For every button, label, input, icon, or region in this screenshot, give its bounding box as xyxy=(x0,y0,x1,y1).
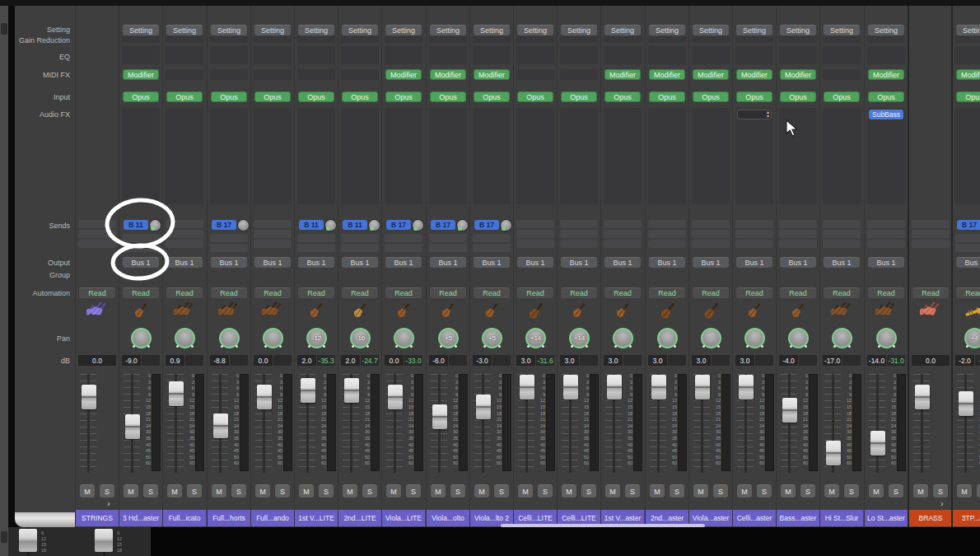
volume-value[interactable]: 0.0 xyxy=(385,355,404,366)
eq-thumbnail-slot[interactable] xyxy=(210,46,248,64)
automation-read-button[interactable]: Read xyxy=(342,287,378,298)
automation-read-button[interactable]: Read xyxy=(912,287,949,298)
send-empty-slot[interactable] xyxy=(779,230,817,238)
mute-button[interactable]: M xyxy=(650,484,665,498)
pan-knob[interactable] xyxy=(613,328,633,348)
send-empty-slot[interactable] xyxy=(210,244,248,252)
channel-setting-button[interactable]: Setting xyxy=(561,25,597,35)
automation-read-button[interactable]: Read xyxy=(166,287,203,298)
eq-thumbnail-slot[interactable] xyxy=(648,46,686,64)
solo-button[interactable]: S xyxy=(757,484,772,498)
volume-value[interactable]: 3.0 xyxy=(735,355,754,366)
automation-read-button[interactable]: Read xyxy=(561,287,597,298)
send-empty-slot[interactable] xyxy=(560,230,598,238)
send-empty-slot[interactable] xyxy=(166,220,203,228)
pan-knob[interactable]: +4 xyxy=(964,328,980,348)
eq-thumbnail-slot[interactable] xyxy=(692,46,730,64)
gain-reduction-slot[interactable] xyxy=(516,36,554,43)
volume-value[interactable]: -6.0 xyxy=(429,355,448,366)
send-empty-slot[interactable] xyxy=(341,244,379,252)
pan-knob[interactable] xyxy=(394,328,414,348)
fader-cap[interactable] xyxy=(782,398,797,423)
solo-button[interactable]: S xyxy=(800,484,815,498)
automation-read-button[interactable]: Read xyxy=(868,287,904,298)
send-empty-slot[interactable] xyxy=(122,244,160,252)
solo-button[interactable]: S xyxy=(319,484,334,498)
gain-reduction-slot[interactable] xyxy=(166,36,203,43)
send-empty-slot[interactable] xyxy=(823,240,861,248)
output-bus-button[interactable]: Bus 2 xyxy=(956,257,980,268)
mute-button[interactable]: M xyxy=(474,484,489,498)
solo-button[interactable]: S xyxy=(538,484,553,498)
db-display[interactable]: -9.0 xyxy=(122,355,160,366)
pan-knob[interactable]: +5 xyxy=(438,328,459,348)
channel-setting-button[interactable]: Setting xyxy=(211,25,247,35)
automation-read-button[interactable]: Read xyxy=(736,287,772,298)
send-empty-slot[interactable] xyxy=(385,244,422,252)
gain-reduction-slot[interactable] xyxy=(429,36,467,43)
output-bus-button[interactable]: Bus 1 xyxy=(561,257,597,268)
db-display[interactable]: -2.0-19 xyxy=(955,355,980,366)
fader-cap[interactable] xyxy=(959,391,973,416)
eq-thumbnail-slot[interactable] xyxy=(779,46,817,64)
track-name[interactable]: Full...icato xyxy=(163,510,207,526)
channel-setting-button[interactable]: Setting xyxy=(430,25,466,35)
volume-value[interactable]: -9.0 xyxy=(122,355,141,366)
send-empty-slot[interactable] xyxy=(78,220,116,228)
mute-button[interactable]: M xyxy=(518,484,533,498)
track-name[interactable]: 3TP...as xyxy=(953,510,980,526)
volume-value[interactable]: -3.0 xyxy=(473,355,492,366)
gain-reduction-slot[interactable] xyxy=(735,36,773,43)
solo-button[interactable]: S xyxy=(977,484,980,498)
midi-fx-empty-slot[interactable] xyxy=(560,69,598,80)
db-display[interactable]: 2.0-24.7 xyxy=(341,355,379,366)
send-empty-slot[interactable] xyxy=(297,234,335,242)
solo-button[interactable]: S xyxy=(844,484,859,498)
eq-thumbnail-slot[interactable] xyxy=(385,46,422,64)
gain-reduction-slot[interactable] xyxy=(867,36,905,43)
audio-fx-empty-selector[interactable]: ▴▾ xyxy=(737,110,772,119)
mute-button[interactable]: M xyxy=(869,484,884,498)
gain-reduction-slot[interactable] xyxy=(604,36,642,43)
stack-disclosure-icon[interactable]: › xyxy=(107,498,110,508)
eq-thumbnail-slot[interactable] xyxy=(297,46,335,64)
midi-fx-empty-slot[interactable] xyxy=(166,69,203,80)
send-empty-slot[interactable] xyxy=(779,240,817,248)
channel-setting-button[interactable]: Setting xyxy=(780,25,816,35)
send-level-knob[interactable] xyxy=(501,220,511,231)
automation-read-button[interactable]: Read xyxy=(956,287,980,298)
db-display[interactable]: 0.0 xyxy=(254,355,292,366)
fader-cap[interactable] xyxy=(476,395,491,419)
channel-setting-button[interactable]: Setting xyxy=(956,25,980,35)
automation-read-button[interactable]: Read xyxy=(604,287,641,298)
db-display[interactable]: 0.9 xyxy=(166,355,203,366)
db-display[interactable]: -8.8 xyxy=(210,355,248,366)
midi-fx-modifier-button[interactable]: Modifier xyxy=(736,69,772,80)
track-name[interactable]: BRASS xyxy=(909,510,953,526)
volume-value[interactable]: 3.0 xyxy=(604,355,623,366)
send-empty-slot[interactable] xyxy=(166,230,203,238)
midi-fx-modifier-button[interactable]: Modifier xyxy=(649,69,685,80)
mute-button[interactable]: M xyxy=(913,484,928,498)
track-name[interactable]: 1st V...LITE xyxy=(295,510,338,526)
send-empty-slot[interactable] xyxy=(254,230,292,238)
fader-cap[interactable] xyxy=(695,375,710,399)
pan-knob[interactable]: +14 xyxy=(525,328,546,348)
db-display[interactable]: -6.0 xyxy=(429,355,467,366)
input-opus-button[interactable]: Opus xyxy=(254,91,291,102)
automation-read-button[interactable]: Read xyxy=(824,287,860,298)
send-empty-slot[interactable] xyxy=(955,244,980,252)
automation-read-button[interactable]: Read xyxy=(693,287,729,298)
mini-fader-cap[interactable] xyxy=(95,529,113,552)
send-empty-slot[interactable] xyxy=(912,220,950,228)
track-name[interactable]: Hi St...Slur xyxy=(820,510,864,526)
output-bus-button[interactable]: Bus 1 xyxy=(780,257,816,268)
output-bus-button[interactable]: Bus 1 xyxy=(430,257,466,268)
automation-read-button[interactable]: Read xyxy=(298,287,334,298)
output-bus-button[interactable]: Bus 1 xyxy=(604,257,641,268)
fader-cap[interactable] xyxy=(257,385,272,409)
midi-fx-empty-slot[interactable] xyxy=(516,69,554,80)
send-empty-slot[interactable] xyxy=(210,234,248,242)
output-bus-button[interactable]: Bus 1 xyxy=(254,257,291,268)
gain-reduction-slot[interactable] xyxy=(122,36,160,43)
